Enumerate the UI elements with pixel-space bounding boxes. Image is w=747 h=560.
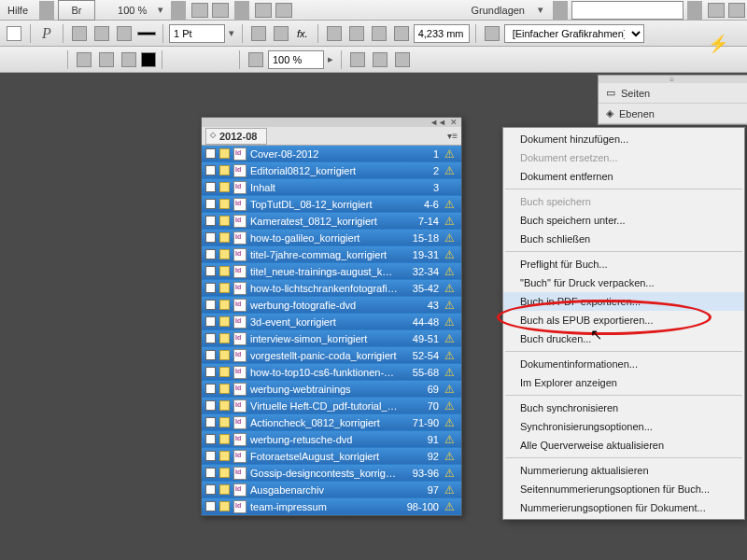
align-icon[interactable] (324, 23, 345, 44)
book-panel-header[interactable]: ◄◄ ✕ (202, 118, 461, 127)
panel-grip[interactable] (599, 76, 747, 83)
book-row[interactable]: Kameratest_0812_korrigiert7-14 (202, 213, 461, 230)
row-checkbox[interactable] (205, 148, 216, 159)
window2-icon[interactable] (726, 0, 747, 21)
fill-swatch[interactable] (141, 52, 156, 67)
row-checkbox[interactable] (205, 165, 216, 175)
row-checkbox[interactable] (205, 400, 216, 411)
wrap2-icon[interactable] (369, 23, 389, 44)
size-input[interactable] (414, 24, 470, 43)
book-row[interactable]: team-impressum98-100 (202, 498, 461, 515)
menu-item[interactable]: Dokument hinzufügen... (503, 130, 744, 148)
row-checkbox[interactable] (205, 384, 216, 394)
book-row[interactable]: werbung-fotografie-dvd43 (202, 297, 461, 314)
book-row[interactable]: how-to-top10-cs6-funktionen-dr…55-68 (202, 364, 461, 381)
row-checkbox[interactable] (205, 501, 216, 511)
view-mode-icon[interactable] (190, 0, 210, 21)
book-row[interactable]: Inhalt3 (202, 179, 461, 196)
book-row[interactable]: titel-7jahre-commag_korrigiert19-31 (202, 246, 461, 263)
book-tab[interactable]: 2012-08 (205, 128, 267, 145)
ref-point-icon[interactable] (4, 23, 24, 44)
char4-icon[interactable] (74, 49, 94, 70)
menu-item[interactable]: Buch in PDF exportieren... (503, 292, 744, 311)
fit3-icon[interactable] (392, 49, 413, 70)
panel-ebenen[interactable]: ◈ Ebenen (599, 104, 747, 124)
frame-icon[interactable] (482, 23, 502, 44)
book-row[interactable]: how-to-lichtschrankenfotografie…35-42 (202, 280, 461, 297)
row-checkbox[interactable] (205, 249, 216, 259)
wrap-icon[interactable] (346, 23, 367, 44)
menu-item[interactable]: Nummerierungsoptionen für Dokument... (503, 498, 744, 517)
book-row[interactable]: 3d-event_korrigiert44-48 (202, 314, 461, 330)
menu-item[interactable]: Buch speichern unter... (503, 211, 744, 230)
workspace-switcher[interactable]: Grundlagen (464, 5, 533, 16)
row-checkbox[interactable] (205, 300, 216, 310)
menu-item[interactable]: Seitennummerierungsoptionen für Buch... (503, 480, 744, 498)
menu-item[interactable]: Nummerierung aktualisieren (503, 461, 744, 480)
row-checkbox[interactable] (205, 199, 216, 209)
row-checkbox[interactable] (205, 216, 216, 226)
frame-select[interactable]: [Einfacher Grafikrahmen] (504, 24, 644, 43)
book-row[interactable]: titel_neue-trainings-august_kor…32-34 (202, 263, 461, 280)
book-row[interactable]: Actioncheck_0812_korrigiert71-90 (202, 414, 461, 431)
fit1-icon[interactable] (347, 49, 368, 70)
book-row[interactable]: Editorial0812_korrigiert2 (202, 162, 461, 179)
menu-item[interactable]: "Buch" für Druck verpacken... (503, 273, 744, 292)
book-row[interactable]: FotoraetselAugust_korrigiert92 (202, 448, 461, 465)
opacity-input[interactable] (268, 50, 324, 69)
row-checkbox[interactable] (205, 468, 216, 478)
row-checkbox[interactable] (205, 350, 216, 360)
stroke-style-icon[interactable] (136, 23, 157, 44)
row-checkbox[interactable] (205, 434, 216, 444)
wrap3-icon[interactable] (391, 23, 412, 44)
menu-item[interactable]: Alle Querverweise aktualisieren (503, 436, 744, 455)
menu-item[interactable]: Preflight für Buch... (503, 255, 744, 273)
bridge-button[interactable]: Br (58, 0, 95, 21)
row-checkbox[interactable] (205, 266, 216, 276)
corner2-icon[interactable] (271, 23, 291, 44)
flyout-menu-icon[interactable]: ▾≡ (447, 131, 458, 141)
close-icon[interactable]: ✕ (450, 118, 458, 127)
menu-item[interactable]: Dokument entfernen (503, 167, 744, 186)
book-row[interactable]: werbung-retusche-dvd91 (202, 431, 461, 448)
paragraph-icon[interactable]: P (36, 23, 57, 44)
fit2-icon[interactable] (370, 49, 390, 70)
menu-help[interactable]: Hilfe (0, 5, 35, 16)
char6-icon[interactable] (119, 49, 139, 70)
zoom-value[interactable]: 100 % (110, 5, 154, 16)
menu-item[interactable]: Buch synchronisieren (503, 399, 744, 417)
book-row[interactable]: Gossip-designcontests_korrigiert93-96 (202, 465, 461, 482)
panel-seiten[interactable]: ▭ Seiten (599, 83, 747, 104)
row-checkbox[interactable] (205, 451, 216, 461)
row-checkbox[interactable] (205, 484, 216, 495)
row-checkbox[interactable] (205, 333, 216, 343)
row-checkbox[interactable] (205, 283, 216, 293)
icon-a[interactable] (246, 49, 266, 70)
screen-mode-icon[interactable] (210, 0, 231, 21)
arrange-icon[interactable] (253, 0, 274, 21)
book-row[interactable]: Ausgabenarchiv97 (202, 482, 461, 498)
menu-item[interactable]: Synchronisierungsoptionen... (503, 417, 744, 436)
book-row[interactable]: werbung-webtrainings69 (202, 381, 461, 398)
row-checkbox[interactable] (205, 232, 216, 243)
book-row[interactable]: how-to-galileo_korrigiert15-18 (202, 230, 461, 246)
row-checkbox[interactable] (205, 367, 216, 377)
search-input[interactable] (571, 1, 684, 20)
menu-item[interactable]: Dokumentinformationen... (503, 355, 744, 373)
menu-item[interactable]: Buch als EPUB exportieren... (503, 311, 744, 329)
char-icon[interactable] (69, 23, 90, 44)
collapse-icon[interactable]: ◄◄ (430, 118, 446, 127)
book-row[interactable]: Virtuelle Heft-CD_pdf-tutorial_korr…70 (202, 398, 461, 414)
quick-apply-icon[interactable]: ⚡ (708, 34, 728, 54)
book-row[interactable]: interview-simon_korrigiert49-51 (202, 330, 461, 347)
window-icon[interactable] (706, 0, 726, 21)
row-checkbox[interactable] (205, 417, 216, 427)
char5-icon[interactable] (96, 49, 117, 70)
menu-item[interactable]: Im Explorer anzeigen (503, 373, 744, 392)
book-row[interactable]: Cover-08-20121 (202, 146, 461, 162)
char3-icon[interactable] (114, 23, 134, 44)
book-row[interactable]: vorgestellt-panic-coda_korrigiert52-54 (202, 347, 461, 364)
arrange2-icon[interactable] (274, 0, 294, 21)
menu-item[interactable]: Buch schließen (503, 230, 744, 248)
stroke-weight-input[interactable] (169, 24, 225, 43)
